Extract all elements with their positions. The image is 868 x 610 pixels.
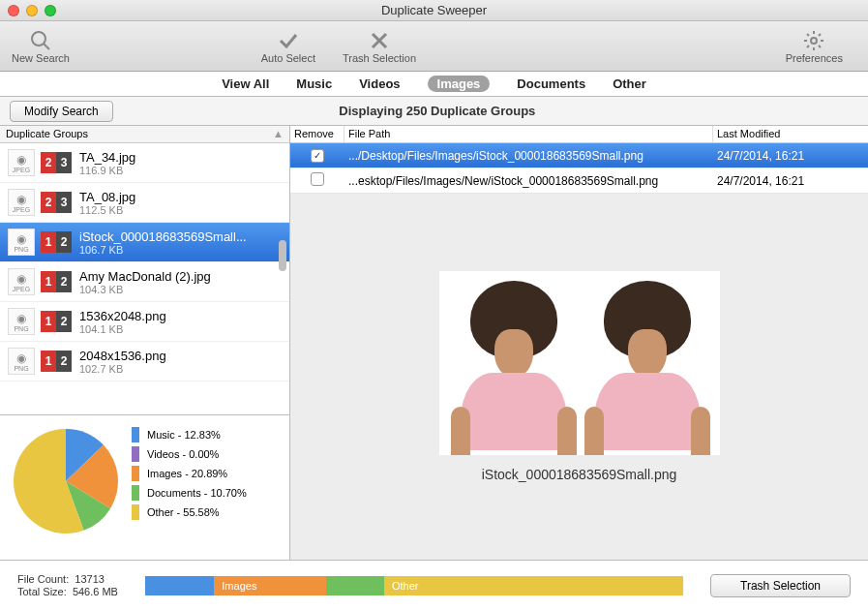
close-button[interactable] xyxy=(8,5,19,16)
last-modified: 24/7/2014, 16:21 xyxy=(713,149,868,163)
group-name: 2048x1536.png xyxy=(79,349,166,363)
trash-selection-button[interactable]: Trash Selection xyxy=(343,29,416,64)
displaying-label: Displaying 250 Duplicate Groups xyxy=(7,104,868,118)
legend-music: Music - 12.83% xyxy=(147,429,221,441)
group-item[interactable]: PNG122048x1536.png102.7 KB xyxy=(0,342,289,381)
filter-music[interactable]: Music xyxy=(296,76,332,91)
group-name: TA_34.jpg xyxy=(79,150,135,165)
pie-chart xyxy=(8,423,124,539)
group-name: 1536x2048.png xyxy=(79,309,166,323)
bar-seg-other: Other xyxy=(392,580,419,592)
count-badge: 12 xyxy=(41,271,72,292)
remove-checkbox[interactable] xyxy=(311,172,324,186)
filter-images[interactable]: Images xyxy=(428,76,491,92)
filter-bar: View All Music Videos Images Documents O… xyxy=(0,72,868,97)
file-icon: PNG xyxy=(8,348,35,375)
new-search-label: New Search xyxy=(12,52,70,64)
group-size: 106.7 KB xyxy=(79,244,247,256)
titlebar: Duplicate Sweeper xyxy=(0,0,868,21)
detail-panel: Remove File Path Last Modified ✓.../Desk… xyxy=(290,126,868,560)
auto-select-label: Auto Select xyxy=(261,52,315,64)
legend-images: Images - 20.89% xyxy=(147,468,227,479)
window-title: Duplicate Sweeper xyxy=(0,3,868,17)
bar-seg-images: Images xyxy=(222,580,256,592)
new-search-button[interactable]: New Search xyxy=(12,29,70,64)
chart-area: Music - 12.83% Videos - 0.00% Images - 2… xyxy=(0,414,289,560)
total-size-value: 546.6 MB xyxy=(73,586,118,597)
file-count-value: 13713 xyxy=(75,573,105,585)
preview-caption: iStock_000018683569Small.png xyxy=(482,467,677,482)
group-item[interactable]: PNG121536x2048.png104.1 KB xyxy=(0,302,289,342)
auto-select-button[interactable]: Auto Select xyxy=(261,29,315,64)
preferences-button[interactable]: Preferences xyxy=(786,29,843,64)
svg-line-1 xyxy=(44,44,49,49)
legend: Music - 12.83% Videos - 0.00% Images - 2… xyxy=(132,423,247,552)
svg-point-2 xyxy=(811,38,817,44)
group-size: 116.9 KB xyxy=(79,165,135,176)
group-size: 104.3 KB xyxy=(79,284,211,295)
toolbar: New Search Auto Select Trash Selection P… xyxy=(0,21,868,72)
detail-row[interactable]: ✓.../Desktop/Files/Images/iStock_0000186… xyxy=(290,143,868,168)
count-badge: 12 xyxy=(41,311,72,332)
filter-documents[interactable]: Documents xyxy=(517,76,585,91)
stats: File Count: 13713 Total Size: 546.6 MB xyxy=(17,572,118,598)
count-badge: 23 xyxy=(41,152,72,173)
trash-selection-label: Trash Selection xyxy=(343,52,416,64)
minimize-button[interactable] xyxy=(26,5,38,16)
preview-image xyxy=(439,271,720,455)
filter-other[interactable]: Other xyxy=(613,76,646,91)
storage-bar: Images Other xyxy=(145,576,683,595)
legend-documents: Documents - 10.70% xyxy=(147,487,247,499)
search-icon xyxy=(29,29,52,52)
col-remove[interactable]: Remove xyxy=(290,126,344,142)
sub-bar: Modify Search Displaying 250 Duplicate G… xyxy=(0,97,868,126)
group-item[interactable]: JPEG12Amy MacDonald (2).jpg104.3 KB xyxy=(0,262,289,302)
filter-videos[interactable]: Videos xyxy=(359,76,400,91)
group-item[interactable]: JPEG23TA_34.jpg116.9 KB xyxy=(0,143,289,183)
file-path: ...esktop/Files/Images/New/iStock_000018… xyxy=(344,174,713,188)
remove-checkbox[interactable]: ✓ xyxy=(311,149,324,163)
count-badge: 23 xyxy=(41,192,72,213)
col-modified[interactable]: Last Modified xyxy=(713,126,868,142)
group-item[interactable]: JPEG23TA_08.jpg112.5 KB xyxy=(0,183,289,223)
preview-area: iStock_000018683569Small.png xyxy=(290,194,868,560)
file-icon: PNG xyxy=(8,229,35,256)
last-modified: 24/7/2014, 16:21 xyxy=(713,174,868,188)
file-icon: PNG xyxy=(8,308,35,335)
file-path: .../Desktop/Files/Images/iStock_00001868… xyxy=(344,149,713,163)
file-icon: JPEG xyxy=(8,268,35,295)
group-name: Amy MacDonald (2).jpg xyxy=(79,269,211,284)
detail-header: Remove File Path Last Modified xyxy=(290,126,868,143)
legend-videos: Videos - 0.00% xyxy=(147,448,219,460)
svg-point-0 xyxy=(32,32,45,46)
check-icon xyxy=(277,29,300,52)
column-sort-icon[interactable]: ▲ xyxy=(273,128,284,140)
detail-row[interactable]: ...esktop/Files/Images/New/iStock_000018… xyxy=(290,168,868,194)
preferences-label: Preferences xyxy=(786,52,843,64)
group-list[interactable]: JPEG23TA_34.jpg116.9 KBJPEG23TA_08.jpg11… xyxy=(0,143,289,414)
group-size: 102.7 KB xyxy=(79,363,166,375)
footer: File Count: 13713 Total Size: 546.6 MB I… xyxy=(0,560,868,610)
legend-other: Other - 55.58% xyxy=(147,506,220,518)
file-icon: JPEG xyxy=(8,149,35,176)
sidebar: Duplicate Groups ▲ JPEG23TA_34.jpg116.9 … xyxy=(0,126,290,560)
gear-icon xyxy=(802,29,825,52)
file-icon: JPEG xyxy=(8,189,35,216)
x-icon xyxy=(368,29,391,52)
group-size: 112.5 KB xyxy=(79,204,135,216)
zoom-button[interactable] xyxy=(45,5,56,16)
count-badge: 12 xyxy=(41,351,72,372)
sidebar-header: Duplicate Groups ▲ xyxy=(0,126,289,143)
filter-view-all[interactable]: View All xyxy=(222,76,269,91)
group-name: iStock_000018683569Small... xyxy=(79,229,247,244)
group-name: TA_08.jpg xyxy=(79,190,135,204)
trash-selection-footer-button[interactable]: Trash Selection xyxy=(710,574,851,597)
col-path[interactable]: File Path xyxy=(344,126,713,142)
group-item[interactable]: PNG12iStock_000018683569Small...106.7 KB xyxy=(0,223,289,262)
group-size: 104.1 KB xyxy=(79,323,166,335)
count-badge: 12 xyxy=(41,231,72,253)
